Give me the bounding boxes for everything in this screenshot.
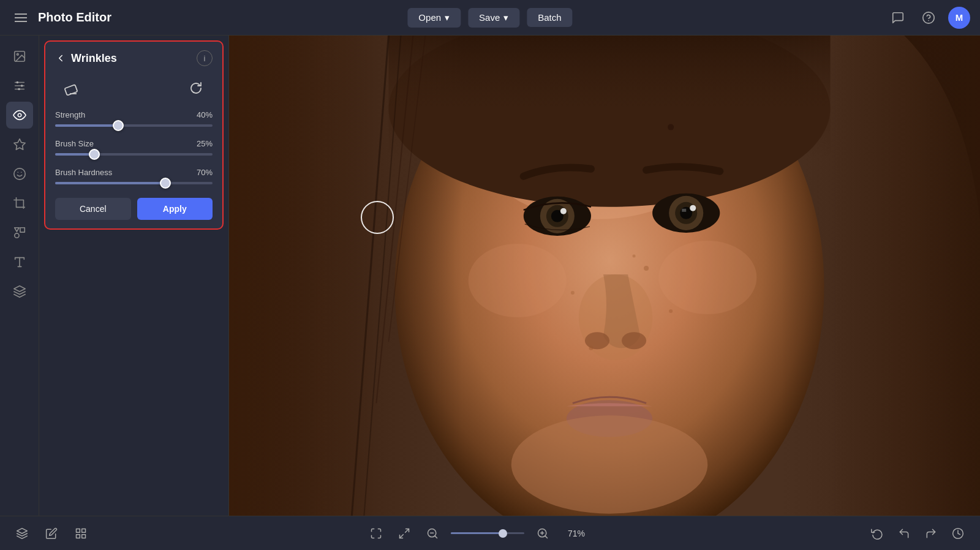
- redo-button[interactable]: [921, 524, 941, 543]
- brush-size-value: 25%: [197, 139, 213, 148]
- erase-tool-button[interactable]: [60, 77, 82, 99]
- svg-rect-16: [20, 228, 24, 232]
- zoom-slider[interactable]: [451, 532, 524, 534]
- strength-slider-fill: [55, 124, 118, 127]
- sidebar-item-crop[interactable]: [6, 190, 33, 217]
- fit-button[interactable]: [366, 524, 386, 543]
- avatar-button[interactable]: M: [948, 7, 970, 29]
- edit-bottom-button[interactable]: [42, 524, 61, 543]
- text-icon: [13, 255, 26, 269]
- brush-hardness-slider-track[interactable]: [55, 182, 213, 184]
- header-right: M: [887, 7, 970, 29]
- strength-value: 40%: [197, 110, 213, 119]
- strength-slider-track[interactable]: [55, 124, 213, 127]
- eye-icon: [13, 108, 26, 122]
- svg-rect-61: [82, 534, 86, 538]
- brush-size-label-row: Brush Size 25%: [55, 139, 213, 148]
- undo-button[interactable]: [894, 524, 914, 543]
- zoom-slider-thumb[interactable]: [499, 529, 507, 538]
- svg-rect-62: [77, 534, 80, 538]
- svg-point-0: [923, 12, 934, 23]
- chat-icon: [891, 11, 905, 24]
- layers-bottom-button[interactable]: [12, 524, 32, 543]
- retouch-icon: [13, 167, 26, 181]
- info-button[interactable]: i: [197, 50, 213, 66]
- panel-header-left: Wrinkles: [55, 52, 117, 65]
- svg-point-10: [18, 113, 21, 117]
- hamburger-icon: [15, 13, 27, 22]
- header-center: Open ▾ Save ▾ Batch: [407, 8, 572, 28]
- brush-size-slider-track[interactable]: [55, 153, 213, 156]
- sidebar: [0, 36, 39, 516]
- zoom-display: 71%: [561, 529, 592, 538]
- sidebar-item-text[interactable]: [6, 249, 33, 276]
- fit2-icon: [398, 527, 410, 540]
- svg-marker-11: [13, 139, 24, 149]
- reset-view-icon: [871, 527, 883, 540]
- sidebar-item-shapes[interactable]: [6, 219, 33, 246]
- sidebar-item-layers[interactable]: [6, 278, 33, 305]
- effects-icon: [13, 138, 26, 151]
- strength-slider-thumb[interactable]: [113, 120, 124, 131]
- chat-button[interactable]: [887, 7, 909, 29]
- bottom-bar-right: [867, 524, 968, 543]
- apply-button[interactable]: Apply: [137, 198, 213, 220]
- panel-area: Wrinkles i: [39, 36, 229, 516]
- svg-point-12: [13, 168, 24, 179]
- svg-line-66: [435, 535, 437, 538]
- sidebar-item-image[interactable]: [6, 43, 33, 70]
- reset-tool-button[interactable]: [186, 77, 208, 99]
- sidebar-item-adjustments[interactable]: [6, 72, 33, 99]
- batch-button[interactable]: Batch: [527, 8, 572, 27]
- back-button[interactable]: [55, 53, 66, 64]
- sidebar-item-preview[interactable]: [6, 102, 33, 129]
- undo-icon: [898, 527, 910, 540]
- brush-hardness-label: Brush Hardness: [55, 168, 112, 177]
- cancel-button[interactable]: Cancel: [55, 198, 131, 220]
- zoom-in-icon: [537, 527, 549, 540]
- brush-hardness-slider-fill: [55, 182, 165, 184]
- crop-icon: [13, 197, 26, 210]
- layers-icon: [13, 285, 26, 298]
- zoom-in-button[interactable]: [533, 524, 552, 543]
- app-title: Photo Editor: [38, 10, 111, 24]
- reset-icon: [189, 80, 205, 96]
- brush-hardness-slider-thumb[interactable]: [160, 178, 171, 189]
- layers-bottom-icon: [16, 527, 28, 540]
- header: Photo Editor Open ▾ Save ▾ Batch: [0, 0, 980, 36]
- strength-label: Strength: [55, 110, 85, 119]
- strength-label-row: Strength 40%: [55, 110, 213, 119]
- fit2-button[interactable]: [394, 524, 414, 543]
- help-icon: [922, 11, 935, 24]
- sidebar-item-retouch[interactable]: [6, 160, 33, 187]
- brush-hardness-section: Brush Hardness 70%: [55, 168, 213, 184]
- redo-icon: [925, 527, 937, 540]
- hamburger-button[interactable]: [10, 7, 32, 29]
- face-overlay: [229, 36, 980, 516]
- brush-size-slider-thumb[interactable]: [89, 149, 100, 160]
- zoom-out-button[interactable]: [423, 524, 442, 543]
- brush-hardness-label-row: Brush Hardness 70%: [55, 168, 213, 177]
- wrinkles-panel: Wrinkles i: [44, 40, 224, 230]
- svg-line-64: [400, 534, 404, 538]
- zoom-slider-fill: [451, 532, 503, 534]
- bottom-bar: 71%: [0, 516, 980, 550]
- reset-view-button[interactable]: [867, 524, 887, 543]
- sidebar-item-effects[interactable]: [6, 131, 33, 158]
- shapes-icon: [13, 226, 26, 239]
- svg-rect-60: [82, 529, 86, 532]
- open-button[interactable]: Open ▾: [407, 8, 461, 28]
- panel-actions: Cancel Apply: [55, 198, 213, 220]
- history-button[interactable]: [948, 524, 968, 543]
- strength-section: Strength 40%: [55, 110, 213, 127]
- grid-bottom-icon: [75, 527, 87, 540]
- save-button[interactable]: Save ▾: [468, 8, 519, 28]
- svg-rect-59: [77, 529, 80, 532]
- help-button[interactable]: [918, 7, 940, 29]
- history-icon: [952, 527, 964, 540]
- svg-point-3: [17, 53, 18, 55]
- canvas-area[interactable]: [229, 36, 980, 516]
- bottom-bar-center: 71%: [366, 524, 592, 543]
- grid-bottom-button[interactable]: [71, 524, 91, 543]
- svg-line-69: [545, 535, 548, 538]
